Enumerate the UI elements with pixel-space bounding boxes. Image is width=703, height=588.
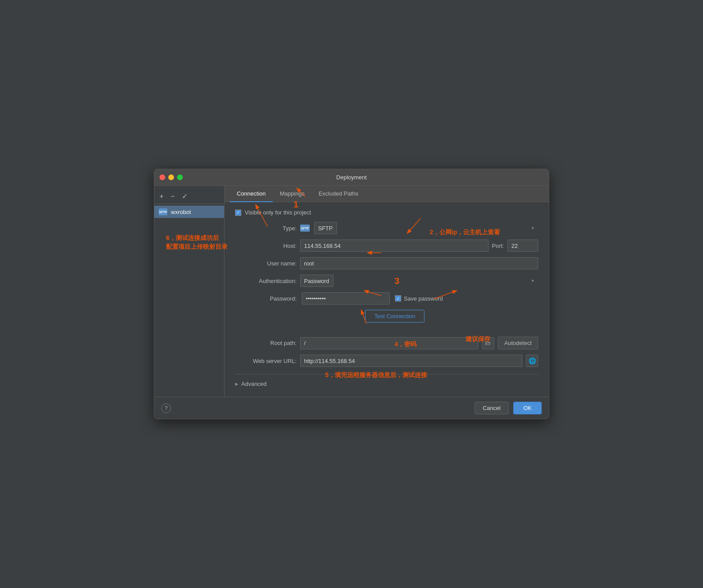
web-browse-button[interactable]: 🌐	[526, 355, 538, 367]
bottom-bar: ? Cancel OK	[154, 397, 549, 419]
web-url-row: Web server URL: 🌐	[235, 355, 538, 367]
browse-folder-button[interactable]: 🗁	[482, 337, 494, 349]
sftp-icon: SFTP	[159, 208, 167, 215]
host-label: Host:	[235, 243, 297, 249]
divider	[235, 374, 538, 374]
password-label: Password:	[235, 295, 297, 302]
autodetect-button[interactable]: Autodetect	[498, 337, 538, 349]
minimize-button[interactable]	[168, 174, 174, 180]
save-password-label: Save password	[404, 295, 443, 302]
password-input[interactable]	[302, 292, 390, 305]
visible-label: Visible only for this project	[245, 209, 311, 216]
username-label: User name:	[235, 260, 297, 267]
type-select[interactable]: SFTP FTP	[314, 222, 337, 234]
tab-mappings[interactable]: Mappings	[273, 186, 312, 202]
root-path-input[interactable]	[300, 337, 478, 349]
auth-select[interactable]: Password Key pair	[300, 275, 333, 287]
maximize-button[interactable]	[177, 174, 183, 180]
remove-server-button[interactable]: −	[169, 192, 176, 201]
visible-row: Visible only for this project	[235, 209, 538, 216]
username-input[interactable]	[300, 257, 538, 269]
server-item-wxrobot[interactable]: SFTP wxrobot	[154, 206, 224, 218]
form-area: Visible only for this project Type: SFTP…	[225, 202, 549, 397]
sidebar: + − ✓ SFTP wxrobot	[154, 186, 225, 397]
host-row: Host: Port:	[235, 240, 538, 252]
port-label: Port:	[492, 243, 504, 249]
username-row: User name:	[235, 257, 538, 269]
web-url-label: Web server URL:	[235, 358, 297, 364]
auth-row: Authentication: Password Key pair	[235, 275, 538, 287]
help-button[interactable]: ?	[161, 403, 171, 413]
ok-button[interactable]: OK	[513, 402, 542, 414]
confirm-button[interactable]: ✓	[180, 192, 189, 201]
test-connection-button[interactable]: Test Connection	[365, 310, 424, 323]
save-password-wrap: Save password	[395, 295, 443, 302]
close-button[interactable]	[159, 174, 165, 180]
dialog-title: Deployment	[336, 174, 366, 181]
server-name: wxrobot	[171, 209, 191, 215]
cancel-button[interactable]: Cancel	[475, 402, 509, 414]
type-row: Type: SFTP SFTP FTP	[235, 222, 538, 234]
sidebar-toolbar: + − ✓	[154, 189, 224, 204]
type-sftp-icon: SFTP	[300, 225, 310, 232]
advanced-row[interactable]: ▶ Advanced	[235, 378, 538, 390]
window-controls	[159, 174, 183, 180]
host-input[interactable]	[300, 240, 489, 252]
visible-checkbox[interactable]	[235, 210, 241, 216]
port-input[interactable]	[507, 240, 538, 252]
add-server-button[interactable]: +	[158, 192, 165, 201]
advanced-label: Advanced	[241, 381, 267, 387]
tab-excluded-paths[interactable]: Excluded Paths	[312, 186, 365, 202]
content-area: Connection Mappings Excluded Paths Visib…	[225, 186, 549, 397]
web-url-input[interactable]	[300, 355, 522, 367]
root-path-label: Root path:	[235, 340, 297, 346]
type-label: Type:	[235, 225, 297, 232]
tab-connection[interactable]: Connection	[230, 186, 273, 202]
password-row: Password: Save password	[235, 292, 538, 305]
auth-label: Authentication:	[235, 278, 297, 284]
triangle-icon: ▶	[235, 381, 239, 386]
root-path-row: Root path: 🗁 Autodetect	[235, 337, 538, 349]
title-bar: Deployment	[154, 169, 549, 186]
tabs: Connection Mappings Excluded Paths	[225, 186, 549, 202]
save-password-checkbox[interactable]	[395, 295, 401, 301]
